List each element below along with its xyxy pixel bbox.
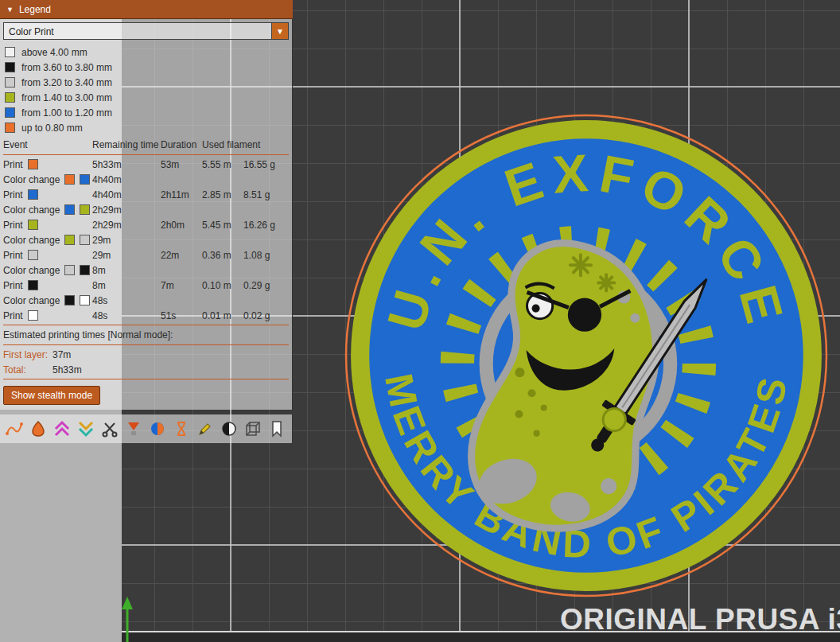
event-filament_m: 2.85 m [202,189,243,200]
event-cell: Print [3,159,92,170]
custom-gcode-icon[interactable] [195,419,215,439]
event-color-swatch [80,174,90,185]
event-remaining: 4h40m [92,189,161,200]
body-spot [630,313,640,323]
event-label: Color change [3,265,60,276]
color-changes-icon[interactable] [147,419,167,439]
bed-printer-label: ORIGINAL PRUSA i3 [560,603,840,636]
dropdown-button[interactable]: ▼ [271,23,288,39]
legend-color-swatch [5,47,15,57]
collapse-icon[interactable]: ▼ [6,6,14,14]
event-row: Print5h33m53m5.55 m16.55 g [3,157,289,172]
event-row: Print48s51s0.01 m0.02 g [3,308,289,323]
event-cell: Print [3,189,92,200]
event-row: Color change29m [3,232,289,247]
marker-bookmark-icon[interactable] [266,419,286,439]
event-color-swatch [80,235,90,245]
event-remaining: 4h40m [92,174,161,185]
event-remaining: 48s [92,295,161,306]
col-used-filament: Used filament [202,139,289,150]
legend-item: from 3.20 to 3.40 mm [3,75,289,90]
deretractions-icon[interactable] [76,419,95,439]
seams-icon[interactable] [99,419,119,439]
retractions-icon[interactable] [52,419,72,439]
legend-header[interactable]: ▼ Legend [0,0,293,19]
event-duration: 51s [161,310,202,321]
axis-arrow-icon [120,597,134,642]
event-color-swatch [80,295,90,305]
event-row: Color change8m [3,263,289,278]
legend-panel: ▼ Legend Color Print ▼ above 4.00 mmfrom… [0,0,293,443]
event-row: Color change4h40m [3,172,289,187]
event-remaining: 2h29m [92,220,161,231]
grid-cube-icon[interactable] [243,419,262,439]
event-row: Print4h40m2h11m2.85 m8.51 g [3,187,289,202]
legend-body: Color Print ▼ above 4.00 mmfrom 3.60 to … [0,19,293,410]
legend-color-swatch [5,123,15,133]
pause-prints-icon[interactable] [171,419,191,439]
legend-color-swatch [5,62,15,72]
legend-item-label: above 4.00 mm [21,47,88,58]
event-filament_g: 16.55 g [243,159,289,170]
event-filament_m: 0.36 m [202,250,243,261]
event-duration: 53m [161,159,202,170]
event-remaining: 8m [92,265,161,276]
event-remaining: 48s [92,310,161,321]
event-filament_m: 0.01 m [202,310,243,321]
event-color-swatch [28,250,38,260]
separator [3,154,289,155]
event-cell: Color change [3,204,92,216]
event-filament_g: 1.08 g [243,250,289,261]
legend-color-swatch [5,107,15,118]
view-type-select[interactable]: Color Print ▼ [3,22,289,40]
character-hand [603,408,625,430]
event-filament_m: 5.45 m [202,220,243,231]
event-label: Print [3,310,23,321]
tool-changes-icon[interactable] [123,419,143,439]
event-cell: Color change [3,265,92,276]
event-color-swatch [64,295,75,305]
show-stealth-mode-button[interactable]: Show stealth mode [3,386,100,405]
event-label: Print [3,220,23,231]
event-color-swatch [64,174,75,185]
body-spot [601,478,616,494]
event-duration: 2h11m [161,189,202,200]
events-table-header: Event Remaining time Duration Used filam… [3,137,289,153]
event-label: Color change [3,235,60,246]
preview-toolbar [0,414,293,443]
event-remaining: 5h33m [92,159,161,170]
event-color-swatch [64,204,75,215]
event-label: Print [3,159,23,170]
estimates-heading: Estimated printing times [Normal mode]: [3,327,289,343]
model-badge[interactable]: U.N. EXFORCE MERRY BAND OF PIRATES [342,111,830,600]
chevron-down-icon: ▼ [276,27,284,36]
estimate-value: 5h33m [52,364,82,375]
travel-moves-icon[interactable] [4,419,24,439]
events-table: Event Remaining time Duration Used filam… [3,137,289,323]
event-remaining: 29m [92,235,161,246]
estimate-rows: First layer:37mTotal:5h33m [3,347,289,377]
eye-patch [568,298,601,332]
event-color-swatch [28,310,38,321]
event-cell: Print [3,250,92,261]
event-filament_g: 0.29 g [243,280,289,291]
event-color-swatch [80,204,90,215]
event-color-swatch [64,265,75,275]
legend-item: above 4.00 mm [3,45,289,60]
event-row: Print8m7m0.10 m0.29 g [3,278,289,293]
event-row: Print29m22m0.36 m1.08 g [3,247,289,263]
event-color-swatch [28,189,38,200]
shells-icon[interactable] [219,419,239,439]
separator [3,379,289,379]
event-row: Color change48s [3,293,289,308]
col-remaining-time: Remaining time [92,139,161,150]
filament-blob-icon[interactable] [28,419,48,439]
event-duration: 2h0m [161,220,202,231]
event-cell: Print [3,280,92,291]
event-row: Print2h29m2h0m5.45 m16.26 g [3,217,289,232]
event-color-swatch [28,220,38,230]
event-filament_m: 5.55 m [202,159,243,170]
event-label: Color change [3,204,60,216]
legend-item: up to 0.80 mm [3,120,289,135]
estimate-row: First layer:37m [3,347,289,362]
